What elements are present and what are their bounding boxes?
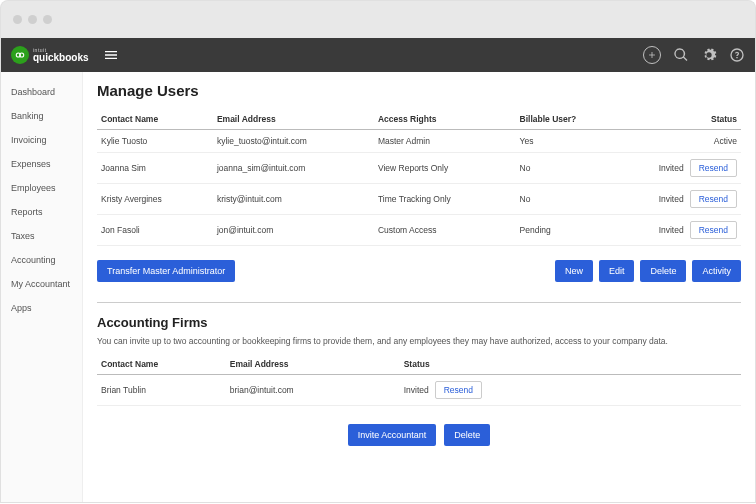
- sidebar-item-reports[interactable]: Reports: [1, 200, 82, 224]
- cell-email: kylie_tuosto@intuit.com: [213, 130, 374, 153]
- cell-rights: Time Tracking Only: [374, 184, 516, 215]
- sidebar-item-apps[interactable]: Apps: [1, 296, 82, 320]
- resend-button[interactable]: Resend: [690, 190, 737, 208]
- cell-status: Invited: [659, 225, 684, 235]
- table-row[interactable]: Joanna Sim joanna_sim@intuit.com View Re…: [97, 153, 741, 184]
- cell-email: kristy@intuit.com: [213, 184, 374, 215]
- table-row[interactable]: Jon Fasoli jon@intuit.com Custom Access …: [97, 215, 741, 246]
- col-contact: Contact Name: [97, 354, 226, 375]
- firms-delete-button[interactable]: Delete: [444, 424, 490, 446]
- cell-status: Active: [714, 136, 737, 146]
- col-status: Status: [599, 109, 741, 130]
- search-icon[interactable]: [673, 47, 689, 63]
- cell-status: Invited: [659, 163, 684, 173]
- firms-description: You can invite up to two accounting or b…: [97, 336, 741, 346]
- col-rights: Access Rights: [374, 109, 516, 130]
- sidebar-item-accounting[interactable]: Accounting: [1, 248, 82, 272]
- window-dot[interactable]: [13, 15, 22, 24]
- logo: intuit quickbooks: [11, 46, 89, 64]
- table-row[interactable]: Kylie Tuosto kylie_tuosto@intuit.com Mas…: [97, 130, 741, 153]
- col-contact: Contact Name: [97, 109, 213, 130]
- main-content: Manage Users Contact Name Email Address …: [83, 72, 755, 502]
- cell-email: jon@intuit.com: [213, 215, 374, 246]
- sidebar-item-invoicing[interactable]: Invoicing: [1, 128, 82, 152]
- cell-rights: Custom Access: [374, 215, 516, 246]
- cell-contact: Kylie Tuosto: [97, 130, 213, 153]
- cell-billable: No: [516, 184, 600, 215]
- transfer-master-admin-button[interactable]: Transfer Master Administrator: [97, 260, 235, 282]
- cell-rights: Master Admin: [374, 130, 516, 153]
- cell-status: Invited: [659, 194, 684, 204]
- users-table: Contact Name Email Address Access Rights…: [97, 109, 741, 246]
- window-dot[interactable]: [28, 15, 37, 24]
- delete-button[interactable]: Delete: [640, 260, 686, 282]
- resend-button[interactable]: Resend: [435, 381, 482, 399]
- gear-icon[interactable]: [701, 47, 717, 63]
- resend-button[interactable]: Resend: [690, 159, 737, 177]
- help-icon[interactable]: [729, 47, 745, 63]
- table-row[interactable]: Brian Tublin brian@intuit.com InvitedRes…: [97, 375, 741, 406]
- edit-button[interactable]: Edit: [599, 260, 635, 282]
- window-controls: [13, 15, 52, 24]
- sidebar-item-banking[interactable]: Banking: [1, 104, 82, 128]
- firms-title: Accounting Firms: [97, 315, 741, 330]
- cell-contact: Kristy Avergines: [97, 184, 213, 215]
- add-icon[interactable]: [643, 46, 661, 64]
- cell-contact: Jon Fasoli: [97, 215, 213, 246]
- col-billable: Billable User?: [516, 109, 600, 130]
- page-title: Manage Users: [97, 82, 741, 99]
- sidebar-item-my-accountant[interactable]: My Accountant: [1, 272, 82, 296]
- cell-contact: Joanna Sim: [97, 153, 213, 184]
- cell-contact: Brian Tublin: [97, 375, 226, 406]
- cell-billable: Yes: [516, 130, 600, 153]
- cell-rights: View Reports Only: [374, 153, 516, 184]
- sidebar: Dashboard Banking Invoicing Expenses Emp…: [1, 72, 83, 502]
- cell-billable: Pending: [516, 215, 600, 246]
- invite-accountant-button[interactable]: Invite Accountant: [348, 424, 437, 446]
- window-dot[interactable]: [43, 15, 52, 24]
- sidebar-item-expenses[interactable]: Expenses: [1, 152, 82, 176]
- new-button[interactable]: New: [555, 260, 593, 282]
- brand-main: quickbooks: [33, 53, 89, 63]
- cell-email: brian@intuit.com: [226, 375, 400, 406]
- cell-email: joanna_sim@intuit.com: [213, 153, 374, 184]
- resend-button[interactable]: Resend: [690, 221, 737, 239]
- firms-table: Contact Name Email Address Status Brian …: [97, 354, 741, 406]
- menu-icon[interactable]: [103, 47, 119, 63]
- activity-button[interactable]: Activity: [692, 260, 741, 282]
- cell-status: Invited: [404, 385, 429, 395]
- sidebar-item-taxes[interactable]: Taxes: [1, 224, 82, 248]
- col-status: Status: [400, 354, 741, 375]
- col-email: Email Address: [213, 109, 374, 130]
- sidebar-item-dashboard[interactable]: Dashboard: [1, 80, 82, 104]
- browser-chrome: [0, 0, 756, 38]
- sidebar-item-employees[interactable]: Employees: [1, 176, 82, 200]
- topbar: intuit quickbooks: [1, 38, 755, 72]
- cell-billable: No: [516, 153, 600, 184]
- qb-logo-icon: [11, 46, 29, 64]
- section-divider: [97, 302, 741, 303]
- table-row[interactable]: Kristy Avergines kristy@intuit.com Time …: [97, 184, 741, 215]
- col-email: Email Address: [226, 354, 400, 375]
